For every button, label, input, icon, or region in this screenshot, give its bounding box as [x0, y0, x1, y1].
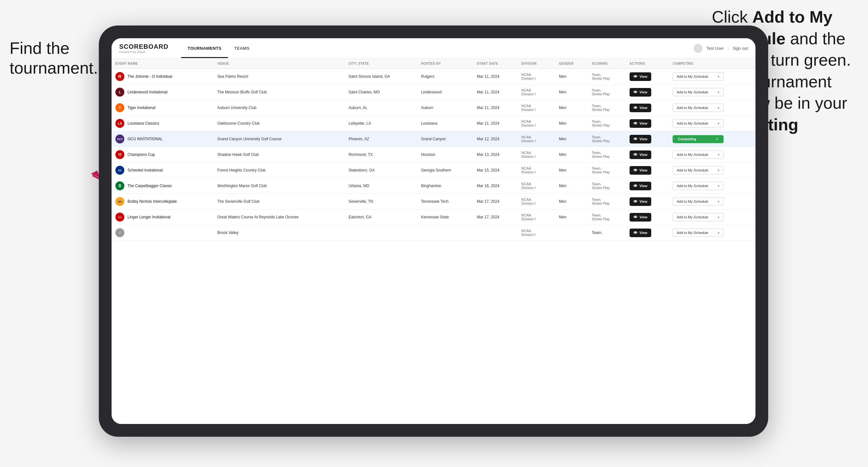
- view-button[interactable]: 👁 View: [629, 88, 651, 97]
- division-cell: NCAADivision I: [518, 162, 555, 178]
- tablet-screen: SCOREBOARD Powered by clippd TOURNAMENTS…: [112, 38, 755, 424]
- competing-cell: Add to My Schedule +: [669, 147, 755, 162]
- event-name-text: The Carpetbagger Classic: [127, 184, 172, 188]
- actions-cell: 👁 View: [626, 131, 669, 147]
- table-row: LA Louisiana Classics Oakbourne Country …: [112, 116, 755, 131]
- competing-button[interactable]: Competing ✓: [673, 135, 723, 143]
- col-header-gender: GENDER: [555, 59, 588, 69]
- add-to-schedule-button[interactable]: Add to My Schedule +: [673, 166, 723, 175]
- scoring-cell: Team,Stroke Play: [588, 194, 626, 210]
- event-name-cell-7: SC Schenkel Invitational: [112, 162, 214, 178]
- add-to-schedule-button[interactable]: Add to My Schedule +: [673, 103, 723, 112]
- view-button[interactable]: 👁 View: [629, 166, 651, 175]
- plus-icon: +: [717, 74, 719, 79]
- add-to-schedule-button[interactable]: Add to My Schedule +: [673, 72, 723, 81]
- view-button[interactable]: 👁 View: [629, 228, 651, 237]
- col-header-date: START DATE: [473, 59, 518, 69]
- venue-cell: Forest Heights Country Club: [214, 162, 345, 178]
- date-cell: Mar 15, 2024: [473, 162, 518, 178]
- city-cell: Phoenix, AZ: [345, 131, 417, 147]
- team-logo: B: [115, 181, 124, 190]
- venue-cell: Brook Valley: [214, 225, 345, 241]
- event-name-text: Bobby Nichols Intercollegiate: [127, 199, 177, 204]
- division-cell: NCAADivision I: [518, 69, 555, 85]
- add-to-schedule-button[interactable]: Add to My Schedule +: [673, 151, 723, 159]
- add-to-schedule-label: Add to My Schedule: [677, 215, 708, 219]
- add-to-schedule-button[interactable]: Add to My Schedule +: [673, 228, 723, 237]
- add-to-schedule-label: Add to My Schedule: [677, 168, 708, 172]
- sign-out-link[interactable]: Sign out: [733, 46, 748, 51]
- division-cell: NCAADivision I: [518, 116, 555, 131]
- plus-icon: +: [717, 153, 719, 157]
- hosted-by-cell: Houston: [417, 147, 473, 162]
- venue-cell: The Missouri Bluffs Golf Club: [214, 85, 345, 100]
- view-button[interactable]: 👁 View: [629, 103, 651, 112]
- view-button[interactable]: 👁 View: [629, 197, 651, 206]
- event-name-cell-10: KS Linger Longer Invitational: [112, 210, 214, 225]
- division-cell: NCAADivision I: [518, 225, 555, 241]
- col-header-hosted: HOSTED BY: [417, 59, 473, 69]
- event-name-text: Linger Longer Invitational: [127, 215, 170, 219]
- add-to-schedule-button[interactable]: Add to My Schedule +: [673, 197, 723, 206]
- checkmark-icon: ✓: [716, 137, 718, 141]
- event-name-cell-5: GCU GCU INVITATIONAL: [112, 131, 214, 147]
- city-cell: Sevierville, TN: [345, 194, 417, 210]
- tournaments-table: EVENT NAME VENUE CITY, STATE HOSTED BY S…: [112, 59, 755, 241]
- plus-icon: +: [717, 168, 719, 172]
- view-button[interactable]: 👁 View: [629, 119, 651, 128]
- division-cell: NCAADivision I: [518, 85, 555, 100]
- scoring-cell: Team,Stroke Play: [588, 116, 626, 131]
- competing-cell: Add to My Schedule +: [669, 116, 755, 131]
- date-cell: Mar 17, 2024: [473, 194, 518, 210]
- add-to-schedule-button[interactable]: Add to My Schedule +: [673, 182, 723, 190]
- table-row: L Lindenwood Invitational The Missouri B…: [112, 85, 755, 100]
- venue-cell: Sea Palms Resort: [214, 69, 345, 85]
- col-header-event: EVENT NAME: [112, 59, 214, 69]
- view-button[interactable]: 👁 View: [629, 213, 651, 222]
- gender-cell: Men: [555, 162, 588, 178]
- user-name: Test User: [706, 46, 724, 51]
- team-logo: ?: [115, 228, 124, 237]
- division-cell: NCAADivision I: [518, 178, 555, 194]
- date-cell: Mar 13, 2024: [473, 147, 518, 162]
- view-button[interactable]: 👁 View: [629, 72, 651, 81]
- add-to-schedule-button[interactable]: Add to My Schedule +: [673, 119, 723, 127]
- competing-cell: Add to My Schedule +: [669, 194, 755, 210]
- event-name-cell-6: H Champions Cup: [112, 147, 214, 162]
- view-button[interactable]: 👁 View: [629, 135, 651, 144]
- col-header-division: DIVISION: [518, 59, 555, 69]
- table-body: R The Johnnie - O Individual Sea Palms R…: [112, 69, 755, 241]
- scoring-cell: Team,Stroke Play: [588, 69, 626, 85]
- division-cell: NCAADivision I: [518, 131, 555, 147]
- tab-tournaments[interactable]: TOURNAMENTS: [181, 39, 227, 58]
- table-row: GCU GCU INVITATIONAL Grand Canyon Univer…: [112, 131, 755, 147]
- hosted-by-cell: Rutgers: [417, 69, 473, 85]
- scoring-cell: Team,Stroke Play: [588, 210, 626, 225]
- add-to-schedule-label: Add to My Schedule: [677, 74, 708, 79]
- hosted-by-cell: [417, 225, 473, 241]
- date-cell: Mar 11, 2024: [473, 100, 518, 116]
- pipe-divider: |: [728, 46, 729, 51]
- tab-teams[interactable]: TEAMS: [228, 39, 256, 58]
- competing-cell: Add to My Schedule +: [669, 100, 755, 116]
- actions-cell: 👁 View: [626, 147, 669, 162]
- col-header-actions: ACTIONS: [626, 59, 669, 69]
- event-name-cell-1: R The Johnnie - O Individual: [112, 69, 214, 85]
- event-name-cell-11: ?: [112, 225, 214, 241]
- table-header-row: EVENT NAME VENUE CITY, STATE HOSTED BY S…: [112, 59, 755, 69]
- eye-icon: 👁: [633, 168, 638, 173]
- gender-cell: Men: [555, 147, 588, 162]
- actions-cell: 👁 View: [626, 85, 669, 100]
- competing-cell: Add to My Schedule +: [669, 210, 755, 225]
- hosted-by-cell: Kennesaw State: [417, 210, 473, 225]
- plus-icon: +: [717, 199, 719, 204]
- view-button[interactable]: 👁 View: [629, 182, 651, 190]
- add-to-schedule-button[interactable]: Add to My Schedule +: [673, 213, 723, 221]
- event-name-cell-9: BN Bobby Nichols Intercollegiate: [112, 194, 214, 210]
- add-to-schedule-button[interactable]: Add to My Schedule +: [673, 88, 723, 96]
- city-cell: Eatonton, GA: [345, 210, 417, 225]
- eye-icon: 👁: [633, 137, 638, 142]
- actions-cell: 👁 View: [626, 116, 669, 131]
- view-button[interactable]: 👁 View: [629, 151, 651, 159]
- venue-cell: The Sevierville Golf Club: [214, 194, 345, 210]
